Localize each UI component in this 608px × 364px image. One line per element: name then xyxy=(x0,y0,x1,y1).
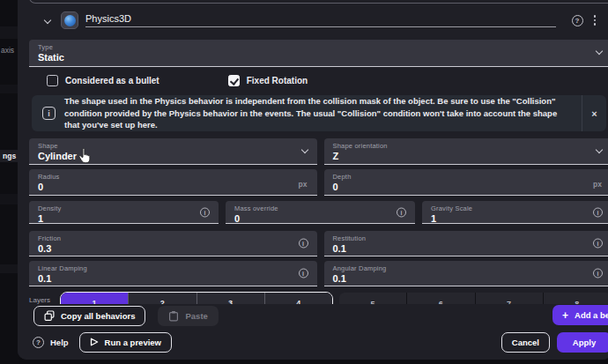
plus-icon: + xyxy=(562,309,568,322)
previous-section-edge xyxy=(29,0,608,4)
restitution-label: Restitution xyxy=(333,234,604,242)
help-label: Help xyxy=(50,338,69,347)
checkbox-row: Considered as a bullet Fixed Rotation xyxy=(47,75,308,86)
mass-override-input[interactable]: Mass override 0 i xyxy=(226,201,415,224)
info-icon: i xyxy=(200,207,210,217)
behavior-name-input[interactable]: Physics3D xyxy=(85,13,556,27)
behavior-buttons-row: Copy all behaviors Paste xyxy=(33,306,219,326)
bullet-checkbox-label: Considered as a bullet xyxy=(65,76,159,85)
mass-override-label: Mass override xyxy=(234,204,406,212)
info-note-text: The shape used in the Physics behavior i… xyxy=(64,95,582,131)
linear-damping-input[interactable]: Linear Damping 0.1 i xyxy=(29,261,317,286)
gravity-scale-input[interactable]: Gravity Scale 1 i xyxy=(422,201,608,224)
type-value: Static xyxy=(38,52,603,63)
angular-damping-label: Angular Damping xyxy=(333,264,604,272)
fixed-rotation-checkbox[interactable] xyxy=(228,75,240,86)
screen: axis ngs Physics3D ? Type Static Conside… xyxy=(0,0,608,364)
add-behavior-label: Add a behavior xyxy=(575,310,608,320)
info-icon: i xyxy=(397,207,406,217)
apply-button[interactable]: Apply xyxy=(557,332,608,353)
info-icon: i xyxy=(42,107,56,120)
background-editor-strip: axis ngs xyxy=(0,0,19,364)
play-icon xyxy=(90,338,99,346)
collapse-chevron-icon[interactable] xyxy=(44,17,51,24)
info-icon: i xyxy=(299,239,308,249)
friction-label: Friction xyxy=(38,234,308,242)
behavior-editor-dialog: Physics3D ? Type Static Considered as a … xyxy=(18,0,608,360)
mass-override-value: 0 xyxy=(234,213,406,224)
depth-label: Depth xyxy=(333,173,604,181)
type-label: Type xyxy=(38,43,603,51)
info-icon: i xyxy=(299,269,308,279)
density-value: 1 xyxy=(38,213,210,224)
gravity-scale-label: Gravity Scale xyxy=(431,204,603,212)
add-behavior-button[interactable]: + Add a behavior xyxy=(552,305,608,325)
cancel-label: Cancel xyxy=(512,338,539,347)
linear-damping-label: Linear Damping xyxy=(38,264,308,272)
paste-button[interactable]: Paste xyxy=(158,306,218,326)
apply-label: Apply xyxy=(573,338,596,347)
shape-orientation-select[interactable]: Shape orientation Z xyxy=(324,138,608,165)
depth-value: 0 xyxy=(333,182,604,192)
friction-input[interactable]: Friction 0.3 i xyxy=(29,231,317,256)
bullet-checkbox[interactable] xyxy=(47,75,58,86)
copy-all-behaviors-button[interactable]: Copy all behaviors xyxy=(33,306,145,326)
density-input[interactable]: Density 1 i xyxy=(29,201,219,224)
background-row xyxy=(0,194,19,204)
info-icon: i xyxy=(593,269,603,279)
depth-input[interactable]: Depth 0 px xyxy=(324,169,608,196)
type-select[interactable]: Type Static xyxy=(29,40,608,67)
background-row xyxy=(0,26,19,39)
radius-unit: px xyxy=(299,180,308,189)
linear-damping-value: 0.1 xyxy=(38,273,308,284)
layers-label: Layers xyxy=(29,296,50,304)
help-circle-icon: ? xyxy=(33,337,44,348)
background-text-fragment: ngs xyxy=(0,150,19,162)
run-preview-button[interactable]: Run a preview xyxy=(79,332,172,353)
radius-value: 0 xyxy=(38,182,308,192)
run-preview-label: Run a preview xyxy=(105,338,161,347)
clipboard-icon xyxy=(168,310,179,322)
angular-damping-value: 0.1 xyxy=(333,273,604,284)
behavior-header: Physics3D ? xyxy=(45,11,596,30)
angular-damping-input[interactable]: Angular Damping 0.1 i xyxy=(324,261,608,286)
shape-value: Cylinder xyxy=(38,151,308,161)
density-label: Density xyxy=(38,204,210,212)
info-icon: i xyxy=(593,207,603,217)
close-icon[interactable]: × xyxy=(582,95,606,131)
paste-label: Paste xyxy=(185,311,207,321)
shape-orientation-label: Shape orientation xyxy=(333,142,604,150)
behavior-help-icon[interactable]: ? xyxy=(572,15,583,26)
dialog-footer: Copy all behaviors Paste + Add a behavio… xyxy=(18,304,608,360)
help-link[interactable]: ? Help xyxy=(33,337,69,348)
gravity-scale-value: 1 xyxy=(431,213,603,224)
copy-all-behaviors-label: Copy all behaviors xyxy=(61,311,135,321)
friction-value: 0.3 xyxy=(38,243,308,254)
background-text-fragment: axis xyxy=(1,46,14,55)
background-row xyxy=(0,264,19,273)
background-row xyxy=(0,85,19,93)
shape-info-note: i The shape used in the Physics behavior… xyxy=(32,95,606,131)
dialog-actions-bar: ? Help Run a preview Cancel Apply xyxy=(18,324,608,360)
radius-input[interactable]: Radius 0 px xyxy=(29,169,317,196)
cancel-button[interactable]: Cancel xyxy=(501,332,550,353)
shape-label: Shape xyxy=(38,142,308,150)
shape-select[interactable]: Shape Cylinder xyxy=(29,138,317,165)
fixed-rotation-checkbox-item[interactable]: Fixed Rotation xyxy=(228,75,308,86)
sphere-glyph xyxy=(64,15,76,26)
restitution-input[interactable]: Restitution 0.1 i xyxy=(324,231,608,256)
copy-icon xyxy=(44,310,55,322)
shape-orientation-value: Z xyxy=(333,151,604,161)
behavior-menu-icon[interactable] xyxy=(594,15,597,26)
info-icon: i xyxy=(593,239,603,249)
physics3d-behavior-icon xyxy=(61,11,78,29)
radius-label: Radius xyxy=(38,173,308,181)
bullet-checkbox-item[interactable]: Considered as a bullet xyxy=(47,75,159,86)
fixed-rotation-checkbox-label: Fixed Rotation xyxy=(247,76,308,85)
depth-unit: px xyxy=(593,180,602,189)
restitution-value: 0.1 xyxy=(333,243,604,254)
